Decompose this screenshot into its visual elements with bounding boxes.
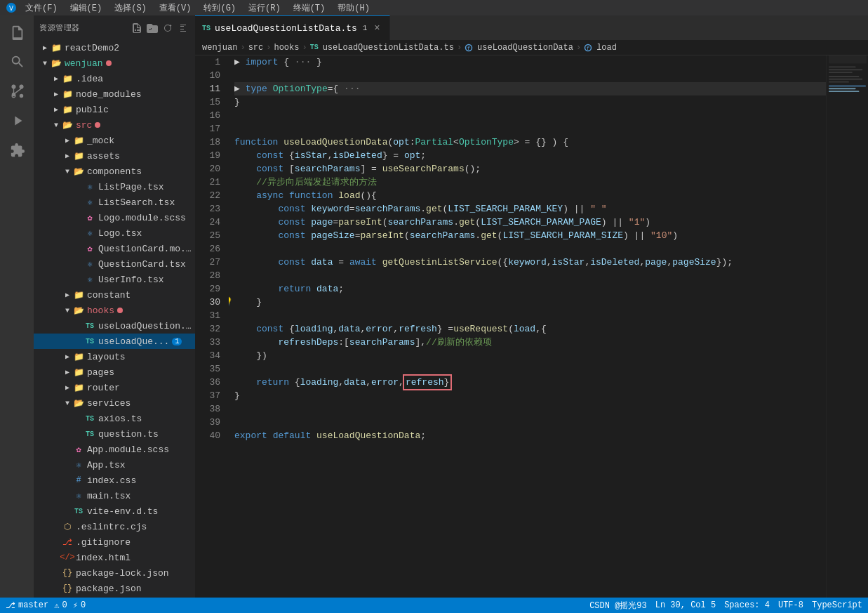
sidebar-item-app[interactable]: ⚛ App.tsx	[34, 457, 195, 473]
sidebar-item-pages[interactable]: ▶ 📁 pages	[34, 364, 195, 380]
line-numbers: 1 10 11 15 16 17 18 19 20 21 22 23 24 25…	[195, 55, 229, 598]
sidebar-item-reactdemo2[interactable]: ▶ 📁 reactDemo2	[34, 40, 195, 55]
tab-close-button[interactable]: ×	[371, 22, 382, 34]
folder-icon: 📁	[73, 135, 84, 146]
activity-extensions[interactable]	[3, 136, 31, 164]
app-icon: V	[6, 2, 17, 13]
line-num-28: 28	[198, 269, 220, 282]
sidebar-item-src[interactable]: ▼ 📂 src	[34, 117, 195, 133]
minimap-view	[827, 55, 868, 598]
menu-edit[interactable]: 编辑(E)	[65, 2, 108, 14]
sidebar-item-nodemodules[interactable]: ▶ 📁 node_modules	[34, 86, 195, 102]
status-language[interactable]: TypeScript	[812, 600, 862, 612]
breadcrumb-load[interactable]: load	[596, 43, 617, 53]
sidebar-item-indexcss[interactable]: # index.css	[34, 473, 195, 488]
modified-number-badge: 1	[172, 338, 182, 345]
sidebar-item-wenjuan[interactable]: ▼ 📂 wenjuan	[34, 55, 195, 71]
activity-run[interactable]	[3, 107, 31, 135]
sidebar-item-mock[interactable]: ▶ 📁 _mock	[34, 133, 195, 148]
sidebar-item-logo[interactable]: ⚛ Logo.tsx	[34, 225, 195, 241]
breadcrumb-sep4: ›	[457, 43, 462, 53]
sidebar-item-label: ListSearch.tsx	[98, 197, 175, 208]
menu-file[interactable]: 文件(F)	[20, 2, 63, 14]
line-num-19: 19	[198, 149, 220, 162]
sidebar-item-main[interactable]: ⚛ main.tsx	[34, 488, 195, 503]
menu-help[interactable]: 帮助(H)	[332, 2, 375, 14]
breadcrumb-src[interactable]: src	[248, 43, 264, 53]
status-branch-label: master	[18, 600, 48, 610]
refresh-icon[interactable]	[161, 22, 174, 34]
sidebar-item-router[interactable]: ▶ 📁 router	[34, 380, 195, 395]
line-num-1: 1	[198, 55, 220, 69]
breadcrumb-wenjuan[interactable]: wenjuan	[202, 43, 237, 53]
sidebar-item-packagelock[interactable]: {} package-lock.json	[34, 565, 195, 581]
menu-view[interactable]: 查看(V)	[154, 2, 197, 14]
sidebar-item-useloadquestion2[interactable]: TS useLoadQue... 1	[34, 334, 195, 349]
sidebar-item-hooks[interactable]: ▼ 📂 hooks	[34, 303, 195, 318]
tab-bar: TS useLoadQuestionListData.ts 1 ×	[195, 15, 868, 40]
highlight-refresh: refresh}	[404, 376, 450, 389]
breadcrumb-hooks[interactable]: hooks	[274, 43, 299, 53]
breadcrumb-filename[interactable]: useLoadQuestionListData.ts	[323, 43, 454, 53]
breadcrumb-ts-icon: TS	[310, 44, 319, 51]
collapse-icon[interactable]	[177, 22, 189, 34]
sidebar-item-idea[interactable]: ▶ 📁 .idea	[34, 71, 195, 86]
sidebar-item-services[interactable]: ▼ 📂 services	[34, 395, 195, 411]
menu-goto[interactable]: 转到(G)	[198, 2, 241, 14]
sidebar-item-questioncardmodule[interactable]: ✿ QuestionCard.mo...	[34, 241, 195, 256]
breadcrumb-sep1: ›	[240, 43, 245, 53]
folder-open-icon: 📂	[73, 397, 84, 409]
new-file-icon[interactable]	[131, 22, 143, 34]
sidebar-item-useloadquestion1[interactable]: TS useLoadQuestion...	[34, 318, 195, 334]
status-cursor[interactable]: Ln 30, Col 5	[655, 600, 716, 612]
sidebar-item-question[interactable]: TS question.ts	[34, 426, 195, 442]
tab-useloadquestionlistdata[interactable]: TS useLoadQuestionListData.ts 1 ×	[195, 15, 390, 40]
menu-terminal[interactable]: 终端(T)	[288, 2, 331, 14]
file-tsx-icon: ⚛	[84, 228, 95, 239]
sidebar-item-indexhtml[interactable]: </> index.html	[34, 550, 195, 565]
sidebar-item-appmodule[interactable]: ✿ App.module.scss	[34, 442, 195, 457]
status-spaces[interactable]: Spaces: 4	[724, 600, 770, 612]
sidebar-item-constant[interactable]: ▶ 📁 constant	[34, 287, 195, 303]
sidebar-item-label: index.html	[76, 553, 131, 563]
chevron-right-icon: ▶	[62, 382, 73, 393]
activity-search[interactable]	[3, 48, 31, 76]
activity-explorer[interactable]	[3, 18, 31, 46]
menu-run[interactable]: 运行(R)	[243, 2, 286, 14]
sidebar-item-eslintrc[interactable]: ⬡ .eslintrc.cjs	[34, 519, 195, 534]
status-branch[interactable]: ⎇ master	[6, 600, 48, 611]
line-num-40: 40	[198, 429, 220, 442]
activity-source-control[interactable]	[3, 77, 31, 105]
sidebar-item-components[interactable]: ▼ 📂 components	[34, 164, 195, 179]
sidebar-item-layouts[interactable]: ▶ 📁 layouts	[34, 349, 195, 364]
no-arrow	[51, 521, 62, 532]
sidebar-item-logomodule[interactable]: ✿ Logo.module.scss	[34, 210, 195, 225]
sidebar-item-questioncard[interactable]: ⚛ QuestionCard.tsx	[34, 256, 195, 272]
sidebar-item-viteenv[interactable]: TS vite-env.d.ts	[34, 503, 195, 519]
sidebar-item-listsearch[interactable]: ⚛ ListSearch.tsx	[34, 195, 195, 210]
modified-badge	[117, 308, 123, 313]
chevron-down-icon: ▼	[62, 166, 73, 177]
status-attribution: CSDN @摇光93	[589, 600, 647, 612]
code-editor[interactable]: 1 10 11 15 16 17 18 19 20 21 22 23 24 25…	[195, 55, 868, 598]
sidebar-item-assets[interactable]: ▶ 📁 assets	[34, 148, 195, 164]
sidebar-item-label: .eslintrc.cjs	[76, 522, 147, 532]
breadcrumb-function[interactable]: useLoadQuestionData	[477, 43, 573, 53]
menu-select[interactable]: 选择(S)	[109, 2, 152, 14]
sidebar-item-package[interactable]: {} package.json	[34, 581, 195, 596]
status-errors[interactable]: ⚠ 0	[54, 600, 67, 611]
file-tsx-icon: ⚛	[84, 258, 95, 270]
breadcrumb: wenjuan › src › hooks › TS useLoadQuesti…	[195, 40, 868, 55]
no-arrow	[73, 320, 84, 331]
sidebar-item-listpage[interactable]: ⚛ ListPage.tsx	[34, 179, 195, 195]
line-num-26: 26	[198, 242, 220, 256]
sidebar-item-userinfo[interactable]: ⚛ UserInfo.tsx	[34, 272, 195, 287]
sidebar-item-axios[interactable]: TS axios.ts	[34, 411, 195, 426]
sidebar-item-public[interactable]: ▶ 📁 public	[34, 102, 195, 117]
sidebar-toolbar: 资源管理器	[34, 15, 195, 40]
new-folder-icon[interactable]	[146, 22, 159, 34]
code-content[interactable]: ▶ import { ··· } ▶ type OptionType={ ···…	[229, 55, 826, 598]
status-warnings[interactable]: ⚡ 0	[73, 600, 86, 611]
sidebar-item-gitignore[interactable]: ⎇ .gitignore	[34, 534, 195, 550]
status-encoding[interactable]: UTF-8	[778, 600, 803, 612]
